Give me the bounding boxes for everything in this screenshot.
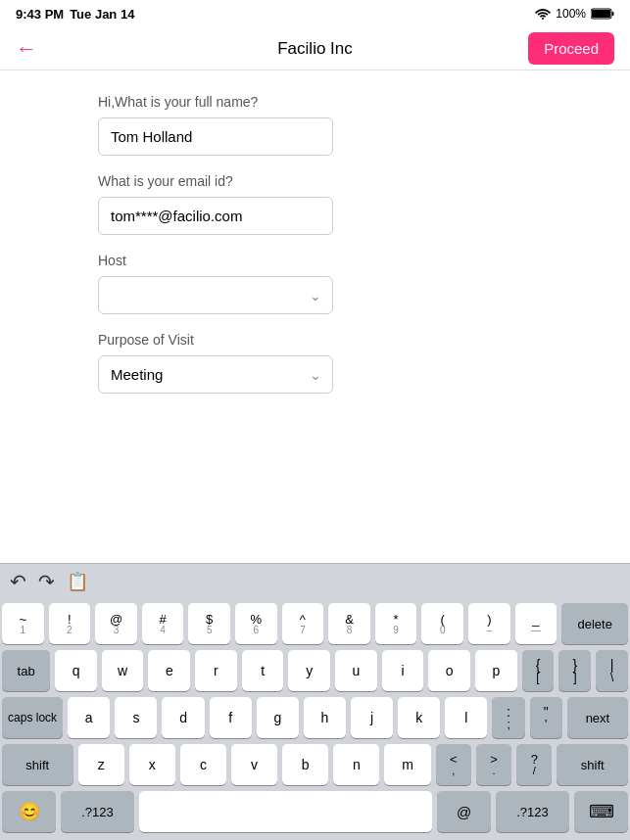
paste-icon[interactable]: 📋 — [67, 571, 88, 592]
key-num-123-left[interactable]: .?123 — [61, 791, 134, 832]
name-group: Hi,What is your full name? — [98, 94, 532, 156]
key-w[interactable]: w — [102, 650, 144, 691]
host-select-wrapper: ⌄ — [98, 276, 333, 314]
key-e[interactable]: e — [148, 650, 190, 691]
wifi-icon — [535, 8, 551, 20]
undo-icon[interactable]: ↶ — [10, 570, 26, 593]
svg-rect-3 — [592, 10, 610, 18]
keyboard-area: ↶ ↷ 📋 ~1 !2 @3 #4 $5 %6 ^7 &8 *9 (0 )– _… — [0, 563, 630, 840]
key-o[interactable]: o — [428, 650, 470, 691]
keyboard-toolbar: ↶ ↷ 📋 — [0, 563, 630, 599]
status-date: Tue Jan 14 — [70, 7, 134, 22]
visit-select[interactable]: Meeting Interview Delivery — [98, 355, 333, 394]
key-rbrace[interactable]: }] — [558, 650, 591, 691]
key-h[interactable]: h — [304, 697, 346, 738]
key-next[interactable]: next — [567, 697, 628, 738]
redo-icon[interactable]: ↷ — [38, 570, 55, 593]
key-i[interactable]: i — [382, 650, 424, 691]
battery-icon — [591, 8, 614, 20]
host-group: Host ⌄ — [98, 253, 532, 314]
key-colon[interactable]: :; — [492, 697, 524, 738]
name-label: Hi,What is your full name? — [98, 94, 532, 110]
key-y[interactable]: y — [288, 650, 330, 691]
key-delete[interactable]: delete — [561, 603, 628, 644]
key-t[interactable]: t — [242, 650, 284, 691]
key-a[interactable]: a — [68, 697, 110, 738]
row-asdf: caps lock a s d f g h j k l :; "' next — [2, 697, 628, 738]
svg-rect-2 — [612, 12, 614, 16]
key-p[interactable]: p — [475, 650, 517, 691]
key-tab[interactable]: tab — [2, 650, 50, 691]
key-dquote[interactable]: "' — [530, 697, 562, 738]
back-button[interactable]: ← — [16, 38, 37, 60]
key-n[interactable]: n — [333, 744, 379, 785]
key-num-123-right[interactable]: .?123 — [496, 791, 569, 832]
key-gt[interactable]: >. — [476, 744, 511, 785]
row-qwerty: tab q w e r t y u i o p {[ }] |\ — [2, 650, 628, 691]
header-title: Facilio Inc — [277, 39, 353, 59]
key-s[interactable]: s — [115, 697, 157, 738]
key-v[interactable]: v — [231, 744, 277, 785]
form-area: Hi,What is your full name? What is your … — [0, 70, 630, 435]
visit-group: Purpose of Visit Meeting Interview Deliv… — [98, 332, 532, 394]
key-lt[interactable]: <, — [436, 744, 471, 785]
key-tilde-1[interactable]: ~1 — [2, 603, 44, 644]
status-bar: 9:43 PM Tue Jan 14 100% — [0, 0, 630, 27]
visit-label: Purpose of Visit — [98, 332, 532, 348]
email-group: What is your email id? — [98, 173, 532, 235]
email-input[interactable] — [98, 197, 333, 235]
key-j[interactable]: j — [351, 697, 393, 738]
key-q[interactable]: q — [55, 650, 97, 691]
key-f[interactable]: f — [210, 697, 252, 738]
key-l[interactable]: l — [445, 697, 487, 738]
key-excl-2[interactable]: !2 — [49, 603, 91, 644]
visit-select-wrapper: Meeting Interview Delivery ⌄ — [98, 355, 333, 394]
key-z[interactable]: z — [78, 744, 124, 785]
key-b[interactable]: b — [282, 744, 328, 785]
key-pct-6[interactable]: %6 — [235, 603, 277, 644]
key-k[interactable]: k — [398, 697, 440, 738]
key-pipe[interactable]: |\ — [596, 650, 628, 691]
name-input[interactable] — [98, 117, 333, 156]
proceed-button[interactable]: Proceed — [528, 32, 614, 65]
keyboard: ~1 !2 @3 #4 $5 %6 ^7 &8 *9 (0 )– _— dele… — [0, 599, 630, 840]
row-bottom: 😊 .?123 @ .?123 ⌨ — [2, 791, 628, 832]
key-g[interactable]: g — [257, 697, 299, 738]
key-rpar-dash[interactable]: )– — [468, 603, 510, 644]
key-d[interactable]: d — [162, 697, 204, 738]
key-lpar-0[interactable]: (0 — [421, 603, 463, 644]
key-r[interactable]: r — [195, 650, 237, 691]
key-m[interactable]: m — [384, 744, 430, 785]
key-under-dash2[interactable]: _— — [515, 603, 557, 644]
key-star-9[interactable]: *9 — [375, 603, 417, 644]
host-label: Host — [98, 253, 532, 268]
key-c[interactable]: c — [180, 744, 226, 785]
key-shift-left[interactable]: shift — [2, 744, 73, 785]
key-lbrace[interactable]: {[ — [522, 650, 555, 691]
app-header: ← Facilio Inc Proceed — [0, 27, 630, 70]
key-space[interactable] — [139, 791, 432, 832]
svg-point-0 — [542, 18, 544, 20]
email-label: What is your email id? — [98, 173, 532, 189]
key-hash-4[interactable]: #4 — [142, 603, 184, 644]
key-shift-right[interactable]: shift — [557, 744, 628, 785]
status-icons: 100% — [535, 7, 614, 21]
row-zxcv: shift z x c v b n m <, >. ?/ shift — [2, 744, 628, 785]
key-amp-8[interactable]: &8 — [328, 603, 370, 644]
number-row: ~1 !2 @3 #4 $5 %6 ^7 &8 *9 (0 )– _— dele… — [2, 603, 628, 644]
key-caps-lock[interactable]: caps lock — [2, 697, 63, 738]
key-emoji[interactable]: 😊 — [2, 791, 56, 832]
host-select[interactable] — [98, 276, 333, 314]
battery-percent: 100% — [556, 7, 586, 21]
key-at-3[interactable]: @3 — [95, 603, 137, 644]
key-caret-7[interactable]: ^7 — [282, 603, 324, 644]
key-x[interactable]: x — [129, 744, 175, 785]
key-u[interactable]: u — [335, 650, 377, 691]
key-at-bottom[interactable]: @ — [437, 791, 491, 832]
key-dollar-5[interactable]: $5 — [188, 603, 230, 644]
key-keyboard-icon[interactable]: ⌨ — [574, 791, 628, 832]
key-question[interactable]: ?/ — [516, 744, 552, 785]
status-time: 9:43 PM — [16, 7, 64, 22]
